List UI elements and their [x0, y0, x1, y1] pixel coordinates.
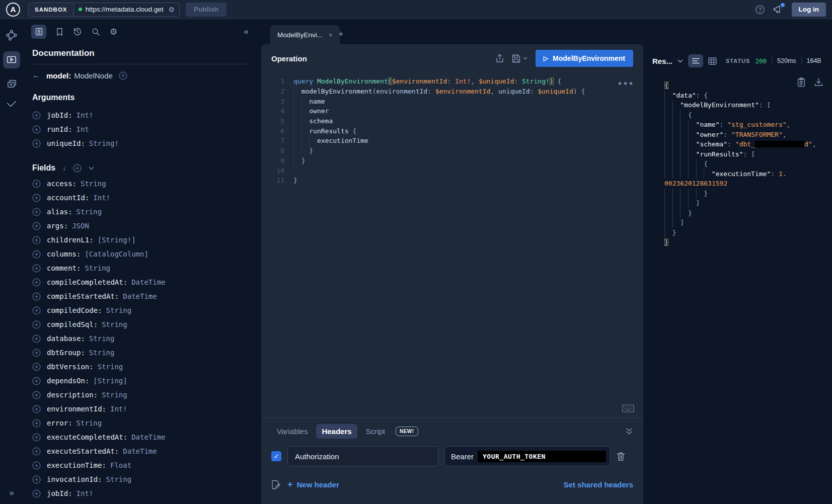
download-response-icon[interactable] — [814, 77, 823, 87]
field-type[interactable]: String — [102, 320, 127, 328]
field-name[interactable]: accountId: — [47, 194, 89, 202]
field-name[interactable]: executeCompletedAt: — [47, 433, 127, 441]
add-to-query-icon[interactable] — [32, 208, 41, 216]
field-row[interactable]: jobId:Int! — [32, 486, 248, 500]
search-icon[interactable] — [92, 28, 100, 36]
add-to-query-icon[interactable] — [32, 461, 41, 470]
field-type[interactable]: Int — [77, 125, 89, 133]
add-to-query-icon[interactable] — [32, 250, 41, 259]
add-to-query-icon[interactable] — [32, 419, 41, 428]
field-name[interactable]: runId: — [47, 125, 72, 133]
field-name[interactable]: compileCompletedAt: — [47, 278, 127, 286]
code-line[interactable]: 9} — [261, 156, 643, 166]
field-name[interactable]: database: — [47, 334, 85, 343]
code-line[interactable]: 6runResults { — [261, 126, 643, 136]
field-type[interactable]: String — [89, 349, 115, 357]
header-name-input[interactable] — [287, 446, 438, 466]
field-row[interactable]: alias:String — [32, 205, 248, 219]
field-row[interactable]: dbtGroup:String — [32, 346, 248, 360]
field-row[interactable]: comment:String — [32, 261, 248, 275]
checklist-icon[interactable] — [6, 100, 17, 108]
add-to-query-icon[interactable] — [32, 292, 41, 301]
new-tab-button[interactable]: + — [338, 29, 344, 40]
login-button[interactable]: Log in — [792, 3, 826, 17]
settings-gear-icon[interactable]: ⚙ — [110, 27, 117, 37]
field-type[interactable]: Int! — [77, 489, 94, 497]
graphql-editor[interactable]: 1query ModelByEnvironment($environmentId… — [261, 72, 643, 417]
field-name[interactable]: environmentId: — [47, 405, 106, 413]
add-all-fields-icon[interactable] — [73, 164, 82, 173]
field-row[interactable]: access:String — [32, 177, 248, 191]
field-name[interactable]: dependsOn: — [47, 377, 89, 385]
add-to-query-icon[interactable] — [32, 349, 41, 357]
keyboard-shortcuts-icon[interactable] — [622, 404, 634, 412]
header-value-field[interactable]: Bearer YOUR_AUTH_TOKEN — [444, 446, 611, 466]
set-shared-headers-link[interactable]: Set shared headers — [564, 480, 633, 489]
collapse-panel-double-chevron-icon[interactable] — [625, 428, 633, 435]
field-name[interactable]: executeStartedAt: — [47, 447, 119, 455]
field-row[interactable]: dependsOn:[String] — [32, 374, 248, 388]
field-type[interactable]: DateTime — [123, 447, 157, 455]
tab-headers[interactable]: Headers — [316, 424, 357, 439]
add-to-query-icon[interactable] — [32, 377, 41, 385]
field-row[interactable]: invocationId:String — [32, 472, 248, 486]
add-to-query-icon[interactable] — [32, 236, 41, 244]
code-line[interactable]: 1query ModelByEnvironment($environmentId… — [261, 76, 643, 87]
field-row[interactable]: executionTime:Float — [32, 458, 248, 472]
bookmark-icon[interactable] — [56, 28, 63, 36]
add-to-query-icon[interactable] — [32, 194, 41, 202]
field-row[interactable]: database:String — [32, 331, 248, 346]
response-dropdown-chevron-icon[interactable] — [677, 59, 683, 63]
header-enabled-checkbox[interactable]: ✓ — [271, 451, 281, 461]
code-line[interactable]: 3name — [261, 96, 643, 106]
endpoint-url-box[interactable]: https://metadata.cloud.get ⚙ — [74, 3, 180, 16]
share-operation-icon[interactable] — [496, 54, 504, 63]
field-row[interactable]: accountId:Int! — [32, 191, 248, 205]
field-row[interactable]: executeStartedAt:DateTime — [32, 444, 248, 458]
delete-header-trash-icon[interactable] — [617, 452, 625, 461]
field-name[interactable]: comment: — [47, 264, 81, 272]
field-name[interactable]: jobId: — [47, 111, 72, 119]
raw-view-toggle-icon[interactable] — [688, 54, 703, 67]
code-line[interactable]: 10 — [261, 165, 643, 176]
code-line[interactable]: 5schema — [261, 116, 643, 126]
field-name[interactable]: alias: — [47, 208, 72, 216]
add-to-query-icon[interactable] — [32, 334, 41, 343]
field-type[interactable]: JSON — [72, 222, 89, 230]
history-icon[interactable] — [73, 27, 82, 36]
field-type[interactable]: DateTime — [131, 278, 165, 286]
field-row[interactable]: dbtVersion:String — [32, 360, 248, 374]
field-name[interactable]: jobId: — [47, 489, 72, 497]
add-to-query-icon[interactable] — [32, 278, 41, 287]
add-to-query-icon[interactable] — [32, 475, 41, 484]
add-to-query-icon[interactable] — [32, 139, 41, 148]
code-line[interactable]: 7executionTime — [261, 136, 643, 146]
field-type[interactable]: Int! — [93, 194, 110, 202]
field-row[interactable]: environmentId:Int! — [32, 402, 248, 416]
new-header-button[interactable]: + New header — [287, 479, 339, 490]
field-row[interactable]: executeCompletedAt:DateTime — [32, 430, 248, 444]
field-row[interactable]: uniqueId:String! — [32, 136, 248, 150]
field-name[interactable]: dbtVersion: — [47, 363, 94, 371]
field-name[interactable]: compiledSql: — [47, 320, 98, 328]
field-row[interactable]: compiledCode:String — [32, 303, 248, 317]
field-row[interactable]: args:JSON — [32, 219, 248, 233]
field-type[interactable]: String — [81, 180, 106, 188]
field-type[interactable]: DateTime — [131, 433, 165, 441]
schema-graph-icon[interactable] — [6, 29, 18, 41]
field-type[interactable]: String — [106, 475, 132, 483]
announcements-megaphone-icon[interactable] — [773, 5, 784, 14]
add-field-icon[interactable] — [119, 71, 127, 80]
field-name[interactable]: access: — [47, 180, 77, 188]
field-type[interactable]: String — [77, 419, 102, 427]
field-row[interactable]: description:String — [32, 388, 248, 402]
response-json[interactable]: {"data": {"modelByEnvironment": [{"name"… — [649, 80, 832, 247]
save-operation-icon[interactable] — [512, 54, 527, 63]
code-line[interactable]: 2modelByEnvironment(environmentId: $envi… — [261, 87, 643, 97]
field-type[interactable]: String — [89, 334, 115, 343]
add-to-query-icon[interactable] — [32, 264, 41, 273]
field-name[interactable]: dbtGroup: — [47, 349, 85, 357]
field-name[interactable]: compiledCode: — [47, 306, 102, 314]
field-row[interactable]: childrenL1:[String!] — [32, 233, 248, 247]
field-type[interactable]: Int! — [77, 111, 94, 119]
